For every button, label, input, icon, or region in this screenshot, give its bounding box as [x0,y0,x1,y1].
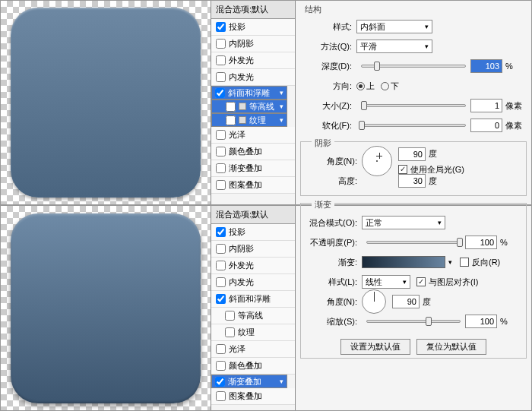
swatch-preview-top [11,8,201,198]
effect-item[interactable]: 投影 [211,224,295,241]
gradient-swatch[interactable] [362,256,445,268]
effect-checkbox[interactable] [216,55,226,65]
depth-label: 深度(D): [300,61,356,72]
effect-label: 光泽 [229,129,245,141]
effect-label: 光泽 [229,343,245,355]
method-select[interactable]: 平滑 [356,40,432,53]
effect-item[interactable]: 颜色叠加 [211,358,295,375]
size-input[interactable]: 1 [470,99,502,112]
effect-checkbox[interactable] [216,294,226,304]
effect-item[interactable]: 等高线 [211,100,287,113]
depth-input[interactable]: 103 [470,59,502,73]
angle-label: 角度(N): [306,156,362,167]
gradangle-input[interactable]: 90 [392,295,420,308]
effect-label: 纹理 [249,115,266,126]
size-label: 大小(Z): [300,100,356,112]
effect-checkbox[interactable] [216,147,226,156]
effect-item[interactable]: 光泽 [211,127,295,144]
scale-label: 缩放(S): [306,316,362,327]
soften-label: 软化(F): [300,120,356,131]
soften-slider[interactable] [361,124,466,127]
scale-input[interactable]: 100 [465,315,497,328]
effect-checkbox[interactable] [225,327,235,337]
effects-header: 混合选项:默认 [211,1,295,19]
effect-item[interactable]: 投影 [211,19,295,36]
effect-item[interactable]: 渐变叠加 [211,160,295,177]
effect-item[interactable]: 光泽 [211,341,295,358]
effect-item[interactable]: 图案叠加 [211,388,295,405]
effect-checkbox[interactable] [216,344,226,354]
style-label: 样式: [300,21,356,33]
direction-up-radio[interactable]: 上 [356,81,375,92]
opacity-slider[interactable] [366,241,461,244]
scale-slider[interactable] [366,320,461,323]
effect-checkbox[interactable] [216,227,226,237]
effect-item[interactable]: 外发光 [211,52,295,69]
align-checkbox[interactable]: 与图层对齐(I) [416,277,478,288]
angle-input[interactable]: 90 [398,147,426,161]
effect-item[interactable]: 内发光 [211,274,295,291]
effect-checkbox[interactable] [216,163,226,173]
effect-checkbox[interactable] [216,130,226,140]
altitude-input[interactable]: 30 [398,174,426,188]
effect-item[interactable]: 颜色叠加 [211,144,295,160]
effect-item[interactable]: 纹理 [211,324,295,341]
effect-label: 图案叠加 [229,390,262,402]
effect-label: 颜色叠加 [229,146,262,157]
effect-label: 内发光 [229,71,254,83]
effect-checkbox[interactable] [216,180,226,190]
effect-item[interactable]: 内阴影 [211,36,295,52]
effect-checkbox[interactable] [226,115,236,125]
method-label: 方法(Q): [300,41,356,52]
effect-label: 等高线 [249,101,274,112]
depth-slider[interactable] [361,65,466,68]
effect-checkbox[interactable] [216,277,226,287]
effect-checkbox[interactable] [216,391,226,401]
effect-checkbox[interactable] [216,361,226,371]
effect-item[interactable]: 图案叠加 [211,177,295,194]
set-default-button[interactable]: 设置为默认值 [340,339,410,355]
contour-icon [239,103,246,110]
effect-item[interactable]: 等高线 [211,308,295,324]
gradstyle-label: 样式(L): [306,277,362,288]
effect-label: 外发光 [229,55,254,66]
effect-label: 内阴影 [229,243,254,255]
effect-label: 渐变叠加 [229,163,262,174]
effect-item[interactable]: 斜面和浮雕 [211,291,295,308]
gradient-title: 渐变 [312,199,334,210]
direction-down-radio[interactable]: 下 [381,81,399,92]
effect-item[interactable]: 渐变叠加 [211,375,287,388]
size-slider[interactable] [361,104,466,107]
effect-item[interactable]: 内阴影 [211,241,295,258]
effect-item[interactable]: 内发光 [211,69,295,86]
blendmode-select[interactable]: 正常 [362,216,445,229]
contour-icon [239,116,246,124]
effect-item[interactable]: 斜面和浮雕 [211,86,287,100]
angle-dial[interactable] [362,146,392,176]
reset-default-button[interactable]: 复位为默认值 [416,339,486,355]
effect-label: 等高线 [238,310,263,321]
effect-checkbox[interactable] [215,377,225,387]
direction-label: 方向: [300,81,356,92]
effect-checkbox[interactable] [216,22,226,32]
bevel-properties: 结构 样式: 内斜面 方法(Q): 平滑 深度(D): 103 % 方向: 上 … [296,1,531,204]
effect-checkbox[interactable] [215,88,225,98]
effect-label: 渐变叠加 [228,376,261,387]
effect-checkbox[interactable] [225,311,235,321]
soften-input[interactable]: 0 [470,119,502,132]
opacity-input[interactable]: 100 [465,236,497,249]
effect-checkbox[interactable] [216,72,226,82]
opacity-label: 不透明度(P): [306,237,362,248]
effect-item[interactable]: 纹理 [211,113,287,127]
effect-checkbox[interactable] [226,102,236,112]
effect-checkbox[interactable] [216,39,226,49]
effect-checkbox[interactable] [216,261,226,270]
reverse-checkbox[interactable]: 反向(R) [460,257,500,268]
effect-label: 纹理 [238,327,255,338]
style-select[interactable]: 内斜面 [356,20,432,33]
effect-item[interactable]: 外发光 [211,258,295,274]
gradangle-dial[interactable] [362,289,386,314]
gradient-properties: 渐变 混合模式(O): 正常 不透明度(P): 100 % 渐变: ▾ 反向(R… [296,206,531,410]
gradstyle-select[interactable]: 线性 [362,275,410,289]
effect-checkbox[interactable] [216,244,226,254]
